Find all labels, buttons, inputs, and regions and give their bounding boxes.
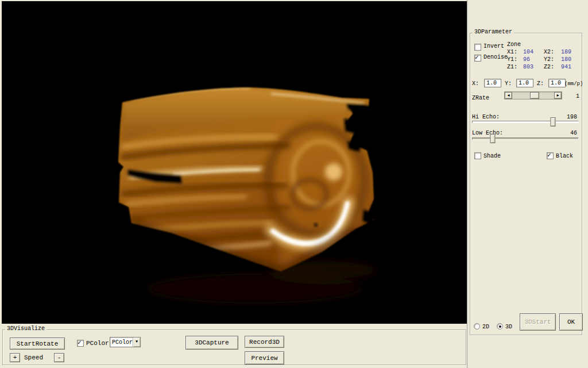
shade-checkbox[interactable]: ✓	[474, 152, 481, 159]
speed-minus-button[interactable]: -	[54, 353, 64, 362]
zone-x2-value: 189	[561, 49, 571, 56]
zone-z1-label: Z1:	[507, 64, 517, 71]
render-viewport[interactable]	[2, 1, 467, 324]
zone-y1-value: 96	[523, 56, 530, 63]
low-echo-slider-thumb[interactable]	[490, 134, 495, 143]
speed-plus-button[interactable]: +	[10, 353, 20, 362]
hi-echo-slider[interactable]	[472, 121, 579, 123]
y-scale-label: Y:	[505, 80, 512, 87]
zrate-value: 1	[576, 93, 579, 100]
zone-x2-label: X2:	[544, 49, 554, 56]
mode-2d-label: 2D	[482, 324, 489, 331]
start-3d-button[interactable]: 3DStart	[520, 313, 556, 331]
speed-label: Speed	[24, 354, 43, 361]
pcolor-dropdown-value: PColor	[110, 339, 133, 346]
low-echo-value: 46	[570, 130, 577, 137]
hi-echo-value: 198	[567, 114, 577, 121]
app-window: { "colors": { "panel_bg": "#ece9d8", "vi…	[0, 0, 588, 368]
zone-x1-value: 104	[523, 49, 533, 56]
start-rotate-button[interactable]: StartRotate	[10, 338, 65, 350]
zrate-scrollbar[interactable]: ◄ ►	[504, 91, 562, 99]
zone-label: Zone	[507, 41, 521, 48]
invert-checkbox[interactable]: ✓	[474, 44, 481, 51]
pcolor-dropdown[interactable]: PColor ▼	[110, 337, 141, 347]
record-3d-button[interactable]: Record3D	[245, 336, 284, 348]
preview-button[interactable]: Preview	[245, 351, 284, 365]
denoise-label: Denoise	[483, 54, 508, 61]
checkmark-icon: ✓	[78, 340, 83, 346]
checkmark-icon: ✓	[547, 152, 553, 158]
zone-y2-label: Y2:	[544, 56, 554, 63]
mode-3d-radio[interactable]	[497, 323, 503, 329]
invert-label: Invert	[483, 43, 504, 50]
z-scale-label: Z:	[537, 80, 544, 87]
pcolor-label: PColor	[86, 340, 109, 347]
z-scale-input[interactable]	[548, 79, 566, 87]
scroll-left-icon[interactable]: ◄	[505, 92, 512, 99]
zone-z1-value: 803	[523, 64, 533, 71]
zone-y1-label: Y1:	[507, 56, 517, 63]
black-checkbox[interactable]: ✓	[547, 152, 554, 159]
black-label: Black	[556, 153, 573, 160]
hi-echo-slider-thumb[interactable]	[550, 117, 555, 126]
hi-echo-label: Hi Echo:	[472, 114, 500, 121]
zone-z2-value: 941	[561, 64, 571, 71]
x-scale-input[interactable]	[484, 79, 501, 87]
low-echo-slider[interactable]	[472, 137, 579, 140]
visualize-groupbox: 3DVisualize StartRotate ✓ PColor PColor …	[2, 329, 466, 365]
denoise-checkbox[interactable]: ✓	[474, 55, 481, 62]
mode-3d-label: 3D	[505, 324, 512, 331]
x-scale-label: X:	[472, 80, 479, 87]
scroll-right-icon[interactable]: ►	[554, 92, 562, 99]
zrate-scrollbar-thumb[interactable]	[530, 92, 539, 99]
visualize-group-title: 3DVisualize	[5, 325, 47, 332]
shade-label: Shade	[483, 153, 501, 160]
scale-unit-label: (mm/p)	[564, 80, 583, 87]
y-scale-input[interactable]	[516, 79, 533, 87]
capture-3d-button[interactable]: 3DCapture	[185, 336, 238, 350]
parameter-groupbox: 3DParameter ✓ Invert ✓ Denoise Zone X1: …	[470, 33, 582, 335]
pcolor-checkbox[interactable]: ✓	[77, 340, 84, 347]
parameter-group-title: 3DParameter	[473, 29, 514, 35]
checkmark-icon: ✓	[475, 55, 481, 60]
dropdown-arrow-icon[interactable]: ▼	[133, 338, 140, 347]
volume-render-3d	[2, 1, 467, 324]
zone-y2-value: 180	[561, 56, 571, 63]
panel-separator	[467, 0, 468, 368]
zone-z2-label: Z2:	[544, 64, 554, 71]
mode-2d-radio[interactable]	[474, 323, 480, 329]
low-echo-label: Low Echo:	[472, 130, 503, 137]
zrate-label: ZRate	[472, 95, 489, 102]
ok-button[interactable]: OK	[559, 313, 583, 331]
zone-x1-label: X1:	[507, 49, 517, 56]
